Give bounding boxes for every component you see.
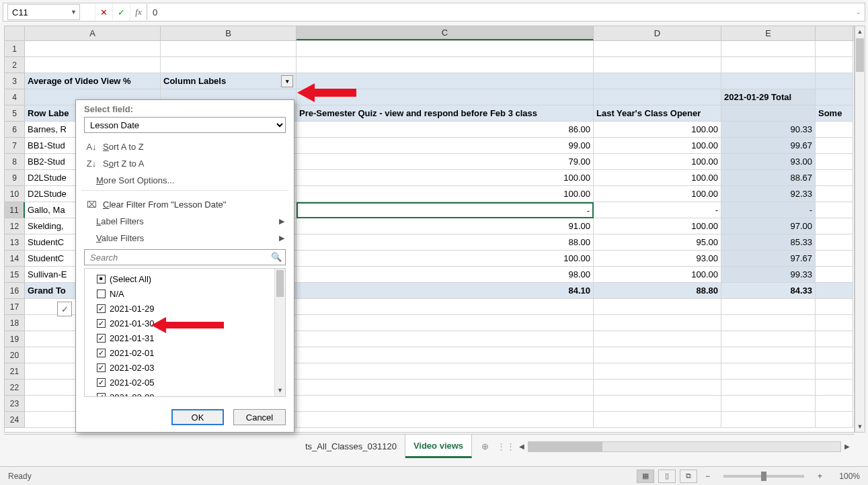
pivot-subtotal[interactable]: 99.67 <box>721 138 816 154</box>
row-header[interactable]: 1 <box>5 41 25 57</box>
grand-total-value[interactable]: 88.80 <box>594 283 721 299</box>
scroll-right-icon[interactable]: ▶ <box>842 443 852 450</box>
col-header[interactable]: A <box>25 26 161 40</box>
scroll-thumb[interactable] <box>528 442 602 451</box>
name-box[interactable]: C11 ▼ <box>7 4 80 20</box>
checkbox-icon[interactable] <box>97 378 106 387</box>
label-filters[interactable]: Label Filters▶ <box>76 213 294 230</box>
subtotal-header[interactable]: 2021-01-29 Total <box>721 89 816 105</box>
view-page-layout-icon[interactable]: ▯ <box>658 470 676 483</box>
pivot-subtotal[interactable]: 93.00 <box>721 154 816 170</box>
row-header[interactable]: 4 <box>5 89 25 105</box>
pivot-value[interactable]: 100.00 <box>594 170 721 186</box>
row-header[interactable]: 3 <box>5 73 25 89</box>
pivot-value[interactable]: 91.00 <box>297 218 594 234</box>
row-header[interactable]: 17 <box>5 299 25 315</box>
row-header[interactable]: 23 <box>5 396 25 412</box>
enter-icon[interactable]: ✓ <box>112 4 130 20</box>
formula-input[interactable]: 0 <box>147 7 853 17</box>
scroll-down-icon[interactable]: ▼ <box>855 421 865 432</box>
filter-item[interactable]: 2021-01-29 <box>85 301 274 316</box>
col-header[interactable]: D <box>594 26 721 40</box>
scroll-left-icon[interactable]: ◀ <box>517 443 526 450</box>
tab-drag-handle[interactable]: ⋮⋮ <box>498 435 514 458</box>
pivot-value[interactable]: 99.00 <box>297 138 594 154</box>
more-sort-options[interactable]: More Sort Options... <box>76 172 294 189</box>
zoom-slider[interactable] <box>723 475 804 478</box>
checkbox-icon[interactable] <box>97 363 106 372</box>
pivot-col-header[interactable]: Some <box>816 105 853 122</box>
pivot-subtotal[interactable]: 90.33 <box>721 122 816 138</box>
pivot-subtotal[interactable]: - <box>721 202 816 218</box>
row-header[interactable]: 16 <box>5 283 25 299</box>
sort-az[interactable]: A↓SSort A to Zort A to Z <box>76 138 294 155</box>
col-header[interactable]: E <box>721 26 816 40</box>
clear-filter[interactable]: ⌧Clear Filter From "Lesson Date" <box>76 196 294 213</box>
row-header[interactable]: 7 <box>5 138 25 154</box>
sheet-tab-active[interactable]: Video views <box>405 435 472 458</box>
filter-item[interactable]: 2021-02-03 <box>85 360 274 375</box>
row-header[interactable]: 20 <box>5 347 25 363</box>
field-select[interactable]: Lesson Date <box>84 117 286 133</box>
col-header[interactable]: B <box>161 26 297 40</box>
pivot-value[interactable]: 86.00 <box>297 122 594 138</box>
row-header[interactable]: 13 <box>5 234 25 251</box>
select-all-corner[interactable] <box>5 26 25 40</box>
pivot-subtotal[interactable]: 85.33 <box>721 234 816 251</box>
row-header[interactable]: 14 <box>5 251 25 267</box>
pivot-value[interactable]: - <box>594 202 721 218</box>
row-header[interactable]: 22 <box>5 380 25 396</box>
pivot-value[interactable]: 100.00 <box>594 138 721 154</box>
scroll-thumb[interactable] <box>276 270 284 297</box>
ok-button[interactable]: OK <box>171 409 224 425</box>
row-header[interactable]: 6 <box>5 122 25 138</box>
grand-total-value[interactable]: 84.33 <box>721 283 816 299</box>
pivot-value[interactable]: 100.00 <box>594 267 721 283</box>
filter-toggle-icon[interactable]: ✓ <box>57 302 72 316</box>
pivot-column-labels[interactable]: Column Labels▾ <box>161 73 297 89</box>
filter-item[interactable]: 2021-02-05 <box>85 375 274 390</box>
row-header[interactable]: 9 <box>5 170 25 186</box>
row-header[interactable]: 21 <box>5 363 25 380</box>
row-header[interactable]: 10 <box>5 186 25 202</box>
row-header[interactable]: 19 <box>5 331 25 347</box>
checkbox-icon[interactable] <box>97 349 106 357</box>
checkbox-icon[interactable] <box>97 290 106 298</box>
row-header[interactable]: 5 <box>5 105 25 122</box>
pivot-value[interactable]: 100.00 <box>297 186 594 202</box>
row-header[interactable]: 11 <box>5 202 25 218</box>
checkbox-icon[interactable] <box>97 319 106 328</box>
pivot-value[interactable]: - <box>297 202 594 218</box>
col-header[interactable] <box>816 26 853 40</box>
row-header[interactable]: 12 <box>5 218 25 234</box>
checkbox-mixed-icon[interactable] <box>97 275 106 283</box>
row-header[interactable]: 2 <box>5 57 25 73</box>
pivot-value[interactable]: 100.00 <box>297 170 594 186</box>
horizontal-scrollbar[interactable]: ◀ ▶ <box>514 435 855 458</box>
view-normal-icon[interactable]: ▦ <box>637 470 654 483</box>
row-header[interactable]: 15 <box>5 267 25 283</box>
new-sheet-button[interactable]: ⊕ <box>472 435 498 458</box>
zoom-out-icon[interactable]: − <box>701 472 714 481</box>
scroll-thumb[interactable] <box>856 38 864 72</box>
scroll-down-icon[interactable]: ▼ <box>275 386 285 395</box>
search-input[interactable] <box>84 249 286 265</box>
pivot-subtotal[interactable]: 97.00 <box>721 218 816 234</box>
pivot-value[interactable]: 100.00 <box>594 186 721 202</box>
pivot-value[interactable]: 100.00 <box>297 251 594 267</box>
col-header[interactable]: C <box>297 26 594 40</box>
filter-item[interactable]: 2021-02-08 <box>85 390 274 396</box>
pivot-corner[interactable]: Average of Video View % <box>25 73 161 89</box>
row-header[interactable]: 18 <box>5 315 25 331</box>
fx-icon[interactable]: fx <box>130 4 147 20</box>
filter-item[interactable]: N/A <box>85 286 274 301</box>
pivot-value[interactable]: 79.00 <box>297 154 594 170</box>
grand-total-value[interactable]: 84.10 <box>297 283 594 299</box>
pivot-subtotal[interactable]: 99.33 <box>721 267 816 283</box>
list-scrollbar[interactable]: ▼ <box>274 269 285 396</box>
sheet-tab[interactable]: ts_All_Classes_031120 <box>297 435 405 458</box>
pivot-value[interactable]: 98.00 <box>297 267 594 283</box>
cancel-button[interactable]: Cancel <box>233 409 286 425</box>
filter-dropdown-icon[interactable]: ▾ <box>281 75 293 87</box>
checkbox-icon[interactable] <box>97 304 106 313</box>
